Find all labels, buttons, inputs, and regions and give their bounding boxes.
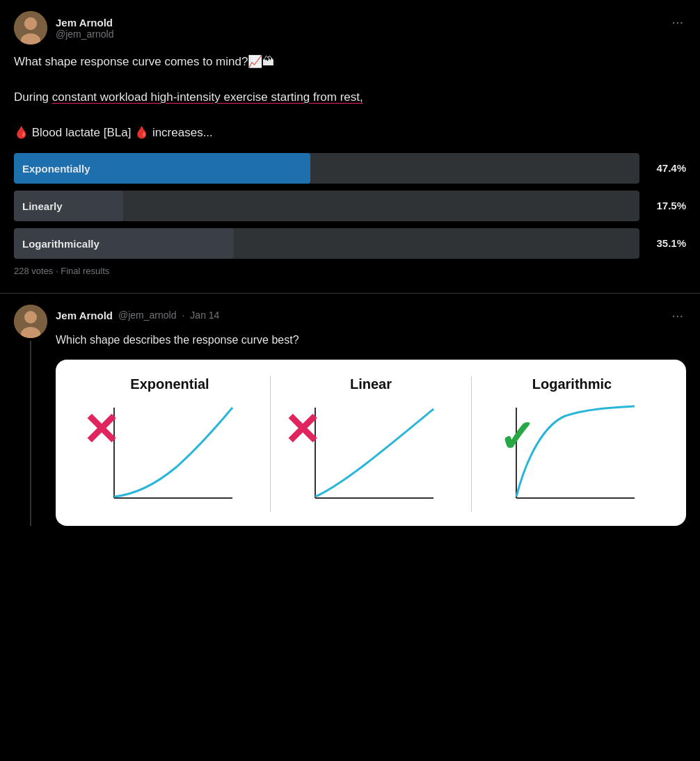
reply-header: Jem Arnold @jem_arnold · Jan 14 ··· [56, 305, 686, 326]
poll-meta: 228 votes · Final results [14, 266, 686, 276]
reply-left-col [14, 305, 47, 526]
poll-option-exponentially[interactable]: Exponentially 47.4% [14, 153, 686, 184]
svg-point-3 [24, 17, 37, 30]
poll-pct-exponentially: 47.4% [648, 162, 686, 174]
poll-pct-logarithmically: 35.1% [648, 237, 686, 249]
reply-content: Jem Arnold @jem_arnold · Jan 14 ··· Whic… [56, 305, 686, 526]
tweet-1-display-name: Jem Arnold [56, 17, 113, 29]
chart-panel-logarithmic: Logarithmic ✓ [472, 376, 672, 512]
tweet-1-header: Jem Arnold @jem_arnold ··· [14, 11, 686, 45]
correct-mark-logarithmic: ✓ [498, 415, 536, 459]
tweet-1-text-line1: What shape response curve comes to mind?… [14, 53, 686, 71]
reply-dot-separator: · [182, 310, 184, 321]
poll-option-logarithmically[interactable]: Logarithmically 35.1% [14, 228, 686, 259]
chart-title-exponential: Exponential [130, 376, 209, 392]
poll-pct-linearly: 17.5% [648, 200, 686, 211]
reply-display-name: Jem Arnold [56, 310, 113, 321]
avatar [14, 11, 47, 45]
thread-line [30, 341, 31, 526]
poll: Exponentially 47.4% Linearly 17.5% Logar… [14, 153, 686, 276]
chart-title-linear: Linear [350, 376, 392, 392]
chart-panel-linear: Linear ✕ [271, 376, 472, 512]
reply-text: Which shape describes the response curve… [56, 332, 686, 349]
blood-drop-icon-1: 🩸 [14, 126, 29, 139]
poll-label-logarithmically: Logarithmically [22, 237, 100, 249]
wrong-mark-exponential: ✕ [82, 408, 120, 452]
chart-area-linear: ✕ [276, 401, 466, 512]
tweet-1-user-details: Jem Arnold @jem_arnold [56, 17, 113, 40]
svg-point-5 [24, 311, 37, 323]
tweet-2: Jem Arnold @jem_arnold · Jan 14 ··· Whic… [0, 294, 700, 537]
more-options-icon[interactable]: ··· [669, 11, 686, 33]
tweet-1-username: @jem_arnold [56, 29, 113, 40]
tweet-1-text-line2: During constant workload high-intensity … [14, 88, 686, 106]
reply-more-options-icon[interactable]: ··· [669, 305, 686, 326]
tweet-1-body: What shape response curve comes to mind?… [14, 53, 686, 142]
reply-date: Jan 14 [190, 310, 219, 321]
chart-title-logarithmic: Logarithmic [532, 376, 612, 392]
chart-panel-exponential: Exponential ✕ [70, 376, 271, 512]
chart-area-logarithmic: ✓ [477, 401, 667, 512]
blood-drop-icon-2: 🩸 [134, 126, 149, 139]
poll-bar-logarithmically: Logarithmically [14, 228, 639, 259]
reply-avatar [14, 305, 47, 338]
chart-area-exponential: ✕ [75, 401, 264, 512]
tweet-1-user-info-group: Jem Arnold @jem_arnold [14, 11, 113, 45]
chart-image: Exponential ✕ Linear [56, 360, 686, 526]
reply-username: @jem_arnold [118, 310, 176, 321]
tweet-1-text-line3: 🩸 Blood lactate [BLa] 🩸 increases... [14, 124, 686, 142]
tweet-1: Jem Arnold @jem_arnold ··· What shape re… [0, 0, 700, 294]
poll-bar-linearly: Linearly [14, 191, 639, 221]
poll-label-linearly: Linearly [22, 200, 63, 211]
reply-user-info: Jem Arnold @jem_arnold · Jan 14 [56, 310, 219, 321]
poll-bar-exponentially: Exponentially [14, 153, 639, 184]
wrong-mark-linear: ✕ [283, 408, 321, 452]
poll-option-linearly[interactable]: Linearly 17.5% [14, 191, 686, 221]
poll-label-exponentially: Exponentially [22, 162, 90, 174]
underlined-phrase: constant workload high-intensity exercis… [52, 90, 363, 104]
